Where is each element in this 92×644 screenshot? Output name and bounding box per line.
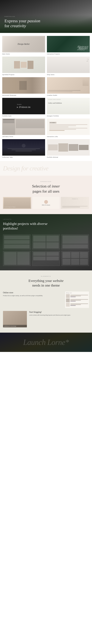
inner-page-thumb-from-projects[interactable]: From Projects Pages bbox=[3, 197, 31, 209]
layout-thumb-2[interactable] bbox=[32, 234, 60, 250]
fullscreen-circle bbox=[22, 144, 25, 148]
layout-cell-5-1 bbox=[33, 252, 46, 256]
layout-cell-6-2 bbox=[71, 252, 79, 258]
portfolio-name-designer-portfolio: Designer Portfolio bbox=[47, 115, 90, 117]
layout-thumb-6[interactable] bbox=[61, 251, 89, 266]
portfolio-item-interactive-projects[interactable]: AbstractPortfolio Interactive Projects bbox=[47, 36, 90, 55]
mini-thumb-4 bbox=[79, 145, 89, 150]
grandioze-title: Selection of inner pages for all uses bbox=[3, 184, 89, 194]
portfolio-item-horizontal-showcase[interactable]: Horizontal Showcase bbox=[2, 77, 45, 96]
shop-item-3 bbox=[66, 303, 88, 306]
elements-section: ELEMENTS Everything your website needs i… bbox=[0, 270, 92, 332]
creative-accent-line bbox=[49, 130, 65, 131]
shop-item-2 bbox=[66, 298, 88, 302]
portfolio-grid: Design Atelier Main Home AbstractPortfol… bbox=[2, 36, 90, 158]
blog-description: Lorne comes with stunning blog layouts a… bbox=[29, 314, 89, 316]
mini-thumb-3 bbox=[69, 144, 78, 151]
contact-line-2 bbox=[62, 207, 80, 208]
element-thumb-shop[interactable]: Shop List bbox=[65, 292, 89, 308]
shop-item-1 bbox=[66, 294, 88, 298]
element-row-online-store: Online store Product list & single varie… bbox=[3, 292, 89, 308]
contact-label: Contact us bbox=[62, 198, 88, 199]
portfolio-name-interactive-links: Interactive Links bbox=[47, 136, 90, 137]
shop-item-line-6 bbox=[70, 304, 81, 305]
from-projects-label: From Projects Pages bbox=[4, 206, 16, 208]
shop-item-img-1 bbox=[66, 294, 70, 298]
shop-item-price-1 bbox=[70, 296, 76, 297]
launch-text: Launch Lorne* bbox=[23, 338, 69, 347]
shop-list-label: Shop List bbox=[66, 292, 88, 294]
abstract-overlay bbox=[47, 36, 90, 52]
dark-portfolio-title: D'oloren im bbox=[19, 106, 30, 108]
creative-line-5 bbox=[49, 129, 76, 130]
layout-thumb-3[interactable] bbox=[61, 234, 89, 250]
layout-cell-5-2 bbox=[46, 252, 59, 256]
layouts-title-text1: Highlight projects with bbox=[3, 222, 36, 226]
layout-cell-3-1 bbox=[62, 236, 88, 244]
elements-label: ELEMENTS bbox=[3, 276, 89, 277]
grandioze-title-text1: Selection of bbox=[32, 184, 52, 188]
hero-title-italic1: passion bbox=[27, 18, 40, 23]
studio-line-2 bbox=[48, 91, 73, 92]
elements-title: Everything your website needs in one the… bbox=[3, 278, 89, 288]
portfolio-item-sprinkled-projects[interactable]: Sprinkled Projects bbox=[2, 56, 45, 76]
inner-page-thumb-contact[interactable]: Contact us bbox=[61, 197, 89, 209]
elements-title-text2: needs in one theme bbox=[32, 284, 60, 287]
grandioze-title-text2: pages for all uses bbox=[33, 189, 59, 194]
left-menu-image-placeholder bbox=[16, 119, 44, 128]
portfolio-thumb-interactive-links: ★ Creative / bbox=[47, 118, 90, 135]
hero-title: Express your passion for creativity bbox=[4, 18, 88, 28]
layout-cell-1-1 bbox=[4, 236, 30, 240]
layout-thumb-5[interactable] bbox=[32, 251, 60, 266]
portfolio-thumb-portfolio-minimal bbox=[47, 139, 90, 156]
portfolio-item-fullscreen-tabs[interactable]: Fullscreen Tabs bbox=[2, 139, 45, 158]
shop-item-line-1 bbox=[70, 295, 88, 295]
dark-title-row: ▶ D'oloren im bbox=[17, 106, 30, 108]
mini-thumb-1 bbox=[48, 144, 58, 150]
portfolio-name-portfolio-minimal: Portfolio Minimal bbox=[47, 156, 90, 158]
portfolio-name-sprinkled-projects: Sprinkled Projects bbox=[2, 74, 45, 76]
portfolio-name-main-home: Main Home bbox=[2, 53, 45, 55]
studio-face bbox=[83, 78, 89, 86]
grandioze-label: GRANDIOZE bbox=[3, 181, 89, 182]
shop-item-line-2 bbox=[70, 296, 81, 296]
portfolio-name-creative-studio: Creative Studio bbox=[47, 94, 90, 96]
portfolio-thumb-interactive-projects: AbstractPortfolio bbox=[47, 36, 90, 52]
shop-item-line-5 bbox=[70, 304, 88, 304]
dark-content: Studio ▶ D'oloren im bbox=[15, 102, 32, 110]
sprinkled-img-2 bbox=[21, 62, 27, 68]
element-thumb-blog[interactable]: Conference for new design bbox=[3, 311, 27, 328]
portfolio-item-shop-items[interactable]: 2 Shop Items bbox=[47, 56, 90, 76]
elements-title-italic: website bbox=[53, 279, 64, 283]
elements-content: Online store Product list & single varie… bbox=[3, 292, 89, 328]
creative-studio-inner bbox=[47, 77, 90, 94]
online-store-text: Online store Product list & single varie… bbox=[3, 292, 63, 297]
hello-avatar bbox=[44, 200, 48, 204]
layout-cell-6-1 bbox=[62, 252, 71, 258]
creative-tag: ★ Creative / bbox=[49, 122, 56, 124]
layout-cell-3-2 bbox=[62, 244, 88, 248]
portfolio-item-left-menu-home[interactable]: Left Menu Home bbox=[2, 118, 45, 137]
layout-thumb-4[interactable] bbox=[3, 251, 31, 266]
fullscreen-content bbox=[2, 139, 45, 156]
portfolio-item-main-home[interactable]: Design Atelier Main Home bbox=[2, 36, 45, 55]
menu-line-3 bbox=[3, 121, 14, 122]
portfolio-thumb-designer-portfolio: Unique Dark Design Gallery and Exhibitio… bbox=[47, 98, 90, 114]
layout-thumb-1[interactable] bbox=[3, 234, 31, 250]
layout-cell-2-2 bbox=[46, 236, 59, 242]
portfolio-thumb-shop-items: 2 bbox=[47, 56, 90, 73]
layout-cell-6-3 bbox=[80, 252, 88, 258]
layout-cell-5-4 bbox=[46, 256, 59, 260]
portfolio-item-creative-studio[interactable]: Creative Studio bbox=[47, 77, 90, 96]
portfolio-item-interactive-links[interactable]: ★ Creative / Interactive Links bbox=[47, 118, 90, 137]
portfolio-item-portfolio-minimal[interactable]: Portfolio Minimal bbox=[47, 139, 90, 158]
portfolio-item-designer-portfolio[interactable]: Unique Dark Design Gallery and Exhibitio… bbox=[47, 98, 90, 117]
studio-line-1 bbox=[48, 90, 81, 91]
launch-lorne-text: Launch Lorne bbox=[23, 338, 65, 346]
portfolio-item-portfolio-dark[interactable]: Studio ▶ D'oloren im Portfolio Dark bbox=[2, 98, 45, 117]
hero-title-italic2: creativity bbox=[10, 24, 26, 28]
inner-page-thumb-hello[interactable]: Hello I'm Asmely bbox=[33, 197, 59, 209]
online-store-description: Product list & single variety, as well a… bbox=[3, 295, 63, 297]
layout-cell-4-1 bbox=[4, 252, 16, 265]
layout-cell-6-5 bbox=[71, 259, 79, 265]
